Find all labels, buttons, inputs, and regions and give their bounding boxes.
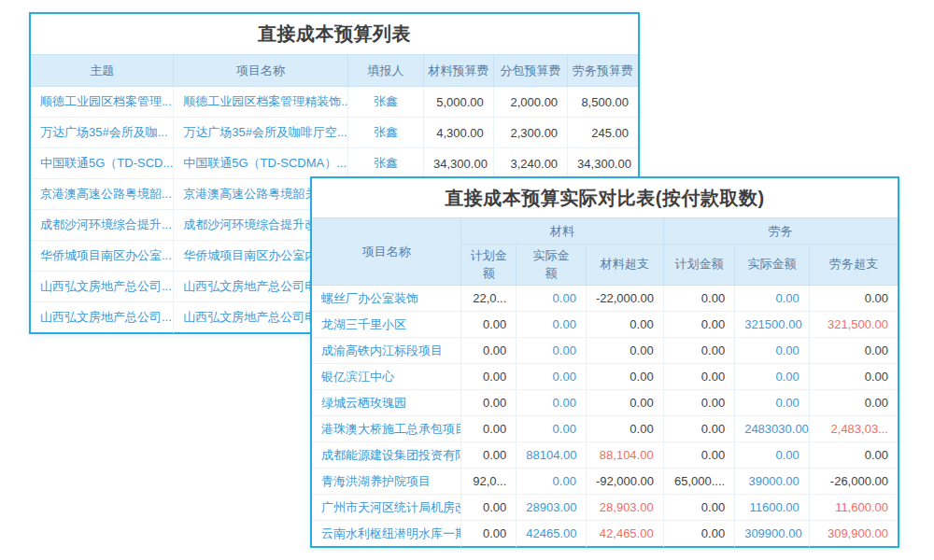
column-header-label: 计划金额 (470, 247, 509, 283)
material-actual-link[interactable]: 0.00 (517, 286, 587, 312)
subject-link[interactable]: 顺德工业园区档案管理... (31, 87, 174, 118)
labor-plan-value: 0.00 (663, 364, 734, 390)
project-name-link[interactable]: 顺德工业园区档案管理精装饰... (174, 87, 348, 118)
material-actual-link[interactable]: 0.00 (517, 338, 587, 364)
project-name-link[interactable]: 成都能源建设集团投资有限公 (312, 442, 461, 469)
subject-link[interactable]: 华侨城项目南区办公室... (31, 241, 174, 272)
labor-actual-link[interactable]: 39000.00 (735, 469, 810, 495)
table-row: 港珠澳大桥施工总承包项目0.000.000.000.002483030.002,… (312, 416, 898, 442)
labor-budget-value: 34,300.00 (568, 148, 638, 179)
table-row: 云南水利枢纽潜明水库一期工0.0042465.0042,465.000.0030… (312, 521, 898, 547)
material-plan-value: 0.00 (461, 495, 517, 521)
material-over-value: 0.00 (586, 364, 663, 390)
labor-over-value: 0.00 (809, 286, 898, 312)
labor-actual-link[interactable]: 11600.00 (735, 495, 810, 521)
labor-actual-link[interactable]: 0.00 (735, 364, 810, 390)
material-plan-value: 0.00 (461, 442, 517, 469)
project-name-link[interactable]: 港珠澳大桥施工总承包项目 (312, 416, 461, 442)
column-header-subcontract-budget: 分包预算费 (493, 55, 567, 87)
labor-plan-value: 0.00 (663, 312, 734, 338)
project-name-link[interactable]: 龙湖三千里小区 (312, 312, 461, 338)
material-plan-value: 22,0... (461, 286, 517, 312)
material-actual-link[interactable]: 0.00 (517, 364, 587, 390)
project-name-link[interactable]: 万达广场35#会所及咖啡厅空... (174, 118, 348, 148)
labor-plan-value: 0.00 (663, 390, 734, 416)
project-name-link[interactable]: 绿城云栖玫瑰园 (312, 390, 461, 416)
column-group-labor: 劳务 (663, 218, 898, 245)
material-over-value: 0.00 (586, 312, 663, 338)
subject-link[interactable]: 山西弘文房地产总公司... (31, 302, 174, 333)
labor-plan-value: 0.00 (663, 442, 734, 469)
budget-compare-group-header-row: 项目名称 材料 劳务 (312, 218, 898, 245)
labor-actual-link[interactable]: 0.00 (735, 442, 810, 469)
labor-actual-link[interactable]: 309900.00 (735, 521, 810, 547)
budget-compare-table: 项目名称 材料 劳务 计划金额实际金额材料超支计划金额实际金额劳务超支 螺丝厂办… (312, 217, 898, 547)
subject-link[interactable]: 万达广场35#会所及咖... (31, 118, 174, 148)
budget-list-header-row: 主题项目名称填报人材料预算费分包预算费劳务预算费 (31, 55, 638, 87)
project-name-link[interactable]: 螺丝厂办公室装饰 (312, 286, 461, 312)
material-actual-link[interactable]: 0.00 (517, 390, 587, 416)
project-name-link[interactable]: 中国联通5G（TD-SCDMA）... (174, 148, 348, 179)
table-row: 龙湖三千里小区0.000.000.000.00321500.00321,500.… (312, 312, 898, 338)
table-row: 万达广场35#会所及咖...万达广场35#会所及咖啡厅空...张鑫4,300.0… (31, 118, 638, 148)
project-name-link[interactable]: 银亿滨江中心 (312, 364, 461, 390)
subject-link[interactable]: 中国联通5G（TD-SCD... (31, 148, 174, 179)
budget-compare-title: 直接成本预算实际对比表(按付款取数) (312, 178, 898, 217)
material-over-value: 0.00 (586, 416, 663, 442)
subject-link[interactable]: 京港澳高速公路粤境韶... (31, 179, 174, 210)
material-actual-link[interactable]: 88104.00 (517, 442, 587, 469)
material-over-value: -92,000.00 (586, 469, 663, 495)
reporter-link[interactable]: 张鑫 (347, 87, 423, 118)
column-header-material-plan: 计划金额 (461, 245, 517, 286)
labor-actual-link[interactable]: 0.00 (735, 338, 810, 364)
labor-actual-link[interactable]: 321500.00 (735, 312, 810, 338)
project-name-link[interactable]: 广州市天河区统计局机房改造 (312, 495, 461, 521)
project-name-link[interactable]: 云南水利枢纽潜明水库一期工 (312, 521, 461, 547)
labor-plan-value: 0.00 (663, 286, 734, 312)
labor-plan-value: 0.00 (663, 495, 734, 521)
material-actual-link[interactable]: 28903.00 (517, 495, 587, 521)
column-header-material-over: 材料超支 (586, 245, 663, 286)
material-actual-link[interactable]: 42465.00 (517, 521, 587, 547)
material-plan-value: 0.00 (461, 390, 517, 416)
labor-actual-link[interactable]: 2483030.00 (735, 416, 810, 442)
budget-list-title: 直接成本预算列表 (31, 14, 638, 54)
material-actual-link[interactable]: 0.00 (517, 416, 587, 442)
material-budget-value: 5,000.00 (424, 87, 494, 118)
material-plan-value: 0.00 (461, 416, 517, 442)
labor-actual-link[interactable]: 0.00 (735, 286, 810, 312)
material-over-value: 42,465.00 (586, 521, 663, 547)
material-actual-link[interactable]: 0.00 (517, 312, 587, 338)
material-over-value: 0.00 (586, 390, 663, 416)
labor-actual-link[interactable]: 0.00 (735, 390, 810, 416)
subcontract-budget-value: 2,300.00 (493, 118, 567, 148)
column-header-project-name: 项目名称 (312, 218, 461, 286)
reporter-link[interactable]: 张鑫 (347, 148, 423, 179)
column-header-label: 实际金额 (747, 257, 796, 271)
labor-over-value: 309,900.00 (809, 521, 898, 547)
subject-link[interactable]: 成都沙河环境综合提升... (31, 210, 174, 241)
table-row: 中国联通5G（TD-SCD...中国联通5G（TD-SCDMA）...张鑫34,… (31, 148, 638, 179)
labor-over-value: -26,000.00 (809, 469, 898, 495)
material-actual-link[interactable]: 0.00 (517, 469, 587, 495)
material-over-value: 28,903.00 (586, 495, 663, 521)
table-row: 广州市天河区统计局机房改造0.0028903.0028,903.000.0011… (312, 495, 898, 521)
project-name-link[interactable]: 成渝高铁内江标段项目 (312, 338, 461, 364)
column-header-labor-actual: 实际金额 (735, 245, 810, 286)
labor-plan-value: 65,000.... (663, 469, 734, 495)
labor-over-value: 0.00 (809, 364, 898, 390)
table-row: 青海洪湖养护院项目92,0...0.00-92,000.0065,000....… (312, 469, 898, 495)
labor-over-value: 0.00 (809, 338, 898, 364)
project-name-link[interactable]: 青海洪湖养护院项目 (312, 469, 461, 495)
column-header-label: 劳务超支 (829, 257, 878, 271)
labor-plan-value: 0.00 (663, 416, 734, 442)
table-row: 绿城云栖玫瑰园0.000.000.000.000.000.00 (312, 390, 898, 416)
budget-compare-card: 直接成本预算实际对比表(按付款取数) 项目名称 材料 劳务 计划金额实际金额材料… (310, 176, 899, 548)
column-header-label: 材料超支 (601, 257, 649, 271)
subject-link[interactable]: 山西弘文房地产总公司... (31, 272, 174, 302)
reporter-link[interactable]: 张鑫 (347, 118, 423, 148)
material-plan-value: 0.00 (461, 364, 517, 390)
labor-over-value: 11,600.00 (809, 495, 898, 521)
column-header-label: 计划金额 (674, 257, 723, 271)
column-header-labor-plan: 计划金额 (663, 245, 734, 286)
